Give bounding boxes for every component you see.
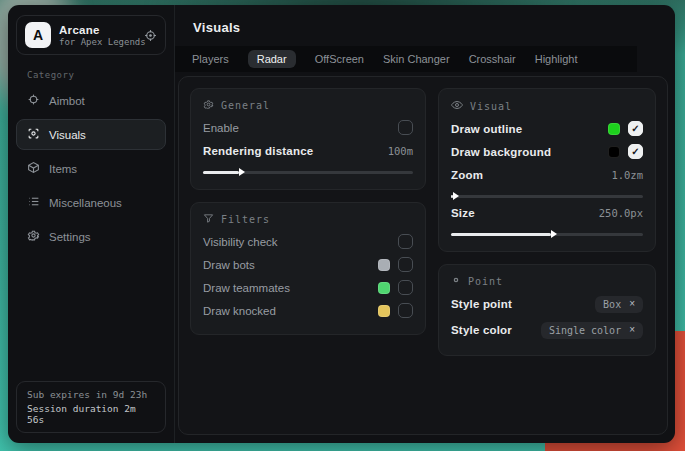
page-title: Visuals xyxy=(193,20,675,35)
main-area: Visuals Players Radar OffScreen Skin Cha… xyxy=(175,5,675,443)
gear-icon xyxy=(203,99,214,112)
close-icon[interactable]: × xyxy=(629,299,635,309)
point-panel: Point Style point Box × Style color xyxy=(438,264,656,356)
draw-bots-checkbox[interactable] xyxy=(398,257,413,272)
close-icon[interactable]: × xyxy=(629,325,635,335)
draw-knocked-row: Draw knocked xyxy=(203,299,413,322)
filters-panel-title: Filters xyxy=(221,214,270,225)
size-label: Size xyxy=(451,207,475,219)
desktop-wallpaper: A Arcane for Apex Legends Category xyxy=(0,0,685,451)
session-duration-text: Session duration 2m 56s xyxy=(27,403,155,425)
visual-panel-title: Visual xyxy=(470,101,512,112)
style-color-row: Style color Single color × xyxy=(451,317,643,343)
draw-outline-checkbox[interactable] xyxy=(628,121,643,136)
target-icon[interactable] xyxy=(144,29,157,42)
rendering-distance-value: 100m xyxy=(388,145,413,157)
sidebar-item-label: Visuals xyxy=(49,129,86,141)
draw-knocked-checkbox[interactable] xyxy=(398,303,413,318)
size-row: Size 250.0px xyxy=(451,201,643,224)
visibility-check-checkbox[interactable] xyxy=(398,234,413,249)
size-value: 250.0px xyxy=(599,207,643,219)
category-label: Category xyxy=(27,70,166,80)
sidebar-item-label: Miscellaneous xyxy=(49,197,122,209)
draw-teammates-color-swatch[interactable] xyxy=(378,282,390,294)
rendering-distance-slider[interactable] xyxy=(203,167,413,177)
draw-background-checkbox[interactable] xyxy=(628,144,643,159)
sidebar-item-label: Settings xyxy=(49,231,91,243)
style-color-select[interactable]: Single color × xyxy=(541,322,643,339)
draw-outline-label: Draw outline xyxy=(451,123,522,135)
sidebar-item-label: Items xyxy=(49,163,77,175)
sidebar-nav: Aimbot Visuals xyxy=(16,85,166,252)
enable-label: Enable xyxy=(203,122,239,134)
filters-panel-header: Filters xyxy=(203,213,413,226)
list-icon xyxy=(27,195,40,210)
point-panel-title: Point xyxy=(468,276,503,287)
zoom-slider[interactable] xyxy=(451,191,643,201)
draw-teammates-checkbox[interactable] xyxy=(398,280,413,295)
draw-background-label: Draw background xyxy=(451,146,551,158)
draw-teammates-label: Draw teammates xyxy=(203,282,290,294)
enable-row: Enable xyxy=(203,116,413,139)
tab-crosshair[interactable]: Crosshair xyxy=(469,50,516,68)
box-icon xyxy=(27,161,40,176)
tab-highlight[interactable]: Highlight xyxy=(535,50,578,68)
app-window: A Arcane for Apex Legends Category xyxy=(8,5,675,443)
visibility-check-row: Visibility check xyxy=(203,230,413,253)
eye-scan-icon xyxy=(27,127,40,142)
sidebar-item-settings[interactable]: Settings xyxy=(16,221,166,252)
sidebar-item-label: Aimbot xyxy=(49,95,85,107)
slider-fill xyxy=(451,195,453,198)
tab-players[interactable]: Players xyxy=(192,50,229,68)
eye-icon xyxy=(451,99,463,113)
general-panel-title: General xyxy=(221,100,270,111)
zoom-row: Zoom 1.0zm xyxy=(451,163,643,186)
enable-checkbox[interactable] xyxy=(398,120,413,135)
rendering-distance-row: Rendering distance 100m xyxy=(203,139,413,162)
general-panel: General Enable Rendering distance 100m xyxy=(190,88,426,190)
visual-panel-header: Visual xyxy=(451,99,643,113)
draw-teammates-row: Draw teammates xyxy=(203,276,413,299)
visuals-tabbar: Players Radar OffScreen Skin Changer Cro… xyxy=(175,46,637,72)
subscription-info: Sub expires in 9d 23h Session duration 2… xyxy=(16,381,166,433)
draw-outline-color-swatch[interactable] xyxy=(608,123,620,135)
visual-panel: Visual Draw outline Draw background xyxy=(438,88,656,252)
visibility-check-label: Visibility check xyxy=(203,236,278,248)
app-title: Arcane xyxy=(59,24,136,36)
sidebar-item-items[interactable]: Items xyxy=(16,153,166,184)
zoom-label: Zoom xyxy=(451,169,483,181)
style-point-row: Style point Box × xyxy=(451,291,643,317)
draw-knocked-label: Draw knocked xyxy=(203,305,276,317)
sidebar-item-visuals[interactable]: Visuals xyxy=(16,119,166,150)
filters-panel: Filters Visibility check Draw bots xyxy=(190,202,426,335)
slider-fill xyxy=(203,171,239,174)
draw-knocked-color-swatch[interactable] xyxy=(378,305,390,317)
slider-track xyxy=(451,195,643,198)
draw-background-color-swatch[interactable] xyxy=(608,146,620,158)
slider-fill xyxy=(451,233,551,236)
tab-skin-changer[interactable]: Skin Changer xyxy=(383,50,450,68)
radar-settings-content: General Enable Rendering distance 100m xyxy=(178,76,668,435)
draw-background-row: Draw background xyxy=(451,140,643,163)
right-column: Visual Draw outline Draw background xyxy=(438,88,656,356)
dot-icon xyxy=(451,275,461,287)
draw-bots-color-swatch[interactable] xyxy=(378,259,390,271)
tab-radar[interactable]: Radar xyxy=(248,50,296,68)
point-panel-header: Point xyxy=(451,275,643,287)
tab-offscreen[interactable]: OffScreen xyxy=(315,50,364,68)
draw-outline-row: Draw outline xyxy=(451,117,643,140)
sidebar-item-miscellaneous[interactable]: Miscellaneous xyxy=(16,187,166,218)
zoom-value: 1.0zm xyxy=(611,169,643,181)
sub-expiry-text: Sub expires in 9d 23h xyxy=(27,389,155,400)
left-column: General Enable Rendering distance 100m xyxy=(190,88,426,335)
style-point-selected-value: Box xyxy=(603,299,621,310)
sidebar: A Arcane for Apex Legends Category xyxy=(8,5,175,443)
style-color-label: Style color xyxy=(451,324,512,336)
style-color-selected-value: Single color xyxy=(549,325,621,336)
style-point-select[interactable]: Box × xyxy=(595,296,643,313)
sidebar-item-aimbot[interactable]: Aimbot xyxy=(16,85,166,116)
crosshair-icon xyxy=(27,93,40,108)
rendering-distance-label: Rendering distance xyxy=(203,145,313,157)
gear-icon xyxy=(27,229,40,244)
size-slider[interactable] xyxy=(451,229,643,239)
